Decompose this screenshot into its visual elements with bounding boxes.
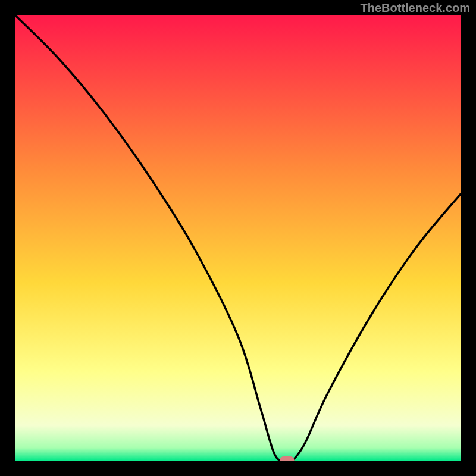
optimal-marker bbox=[280, 456, 295, 461]
watermark-text: TheBottleneck.com bbox=[361, 1, 470, 15]
gradient-background bbox=[15, 15, 461, 461]
plot-area bbox=[15, 15, 461, 461]
chart-svg bbox=[15, 15, 461, 461]
chart-container: TheBottleneck.com bbox=[0, 0, 476, 476]
